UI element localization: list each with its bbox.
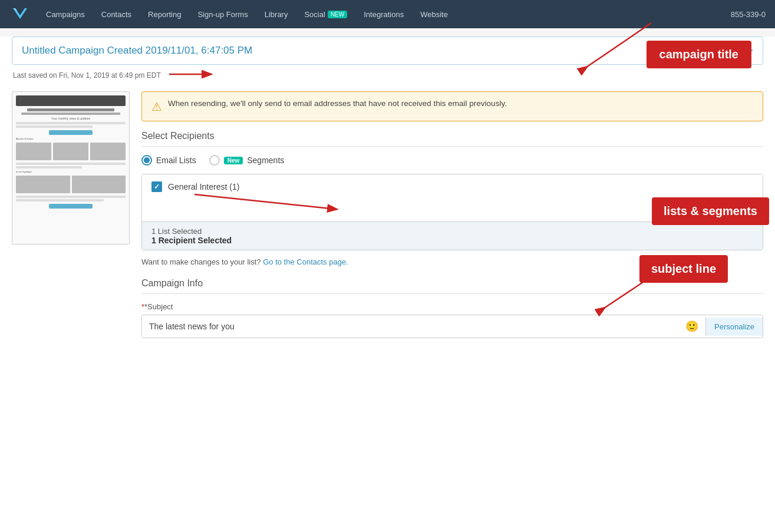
- preview-btn-2: [49, 204, 93, 209]
- general-interest-label: General Interest (1): [168, 182, 239, 191]
- general-interest-checkbox[interactable]: [151, 181, 162, 192]
- content-area: Your monthly news & updates Awards & Ext…: [0, 88, 775, 338]
- recipient-count: 1 Recipient Selected: [151, 236, 753, 245]
- emoji-button[interactable]: 🙂: [678, 315, 705, 338]
- list-count: 1 List Selected: [151, 227, 753, 236]
- segments-option[interactable]: New Segments: [209, 155, 285, 166]
- list-summary: 1 List Selected 1 Recipient Selected: [142, 222, 763, 250]
- preview-btn-1: [49, 130, 93, 135]
- preview-text-4: [16, 166, 82, 168]
- general-interest-item[interactable]: General Interest (1): [151, 181, 753, 192]
- preview-img-1: [16, 143, 51, 160]
- select-recipients-title: Select Recipients: [141, 131, 763, 141]
- section-divider-1: [141, 146, 763, 147]
- campaign-title[interactable]: Untitled Campaign Created 2019/11/01, 6:…: [22, 45, 252, 57]
- personalize-button[interactable]: Personalize: [705, 318, 763, 336]
- warning-banner: ⚠ When resending, we'll only send to ema…: [141, 91, 763, 121]
- phone-number: 855-339-0: [731, 10, 766, 19]
- arrow-to-title: [169, 67, 216, 81]
- preview-sub: [21, 113, 120, 115]
- contacts-page-link[interactable]: Go to the Contacts page.: [263, 257, 348, 266]
- list-selection-area: General Interest (1) 1 List Selected 1 R…: [141, 174, 763, 250]
- nav-library[interactable]: Library: [256, 0, 296, 28]
- segments-radio[interactable]: [209, 155, 220, 166]
- main-content: Untitled Campaign Created 2019/11/01, 6:…: [0, 37, 775, 532]
- preview-text-5: [16, 196, 126, 198]
- preview-img-4: [16, 176, 70, 193]
- svg-rect-0: [9, 4, 31, 25]
- preview-header: [16, 95, 126, 106]
- warning-icon: ⚠: [151, 100, 162, 114]
- nav-social[interactable]: Social NEW: [296, 0, 355, 28]
- campaign-info-section: Campaign Info **Subject 🙂 Personalize su…: [141, 278, 763, 338]
- preview-inner: Your monthly news & updates Awards & Ext…: [12, 92, 129, 214]
- lists-segments-annotation: lists & segments: [652, 197, 769, 225]
- preview-img-3: [90, 143, 126, 160]
- nav-signup-forms[interactable]: Sign-up Forms: [189, 0, 256, 28]
- subject-line-annotation: subject line: [639, 255, 728, 283]
- nav-integrations[interactable]: Integrations: [355, 0, 412, 28]
- nav-campaigns[interactable]: Campaigns: [38, 0, 93, 28]
- preview-text-3: [16, 163, 126, 165]
- subject-field-area: **Subject 🙂 Personalize subject line: [141, 302, 763, 338]
- preview-text-2: [16, 125, 93, 128]
- preview-img-row-1: [16, 143, 126, 160]
- preview-title: [27, 108, 115, 111]
- new-badge: NEW: [328, 11, 347, 18]
- preview-img-row-2: [16, 176, 126, 193]
- email-lists-option[interactable]: Email Lists: [141, 155, 196, 166]
- last-saved-text: Last saved on Fri, Nov 1, 2019 at 6:49 p…: [13, 67, 763, 83]
- email-preview-panel: Your monthly news & updates Awards & Ext…: [12, 91, 130, 338]
- subject-input-row[interactable]: 🙂 Personalize: [141, 315, 763, 338]
- campaign-title-annotation: campaign title: [647, 41, 751, 68]
- email-lists-label: Email Lists: [156, 156, 196, 165]
- navigation: Campaigns Contacts Reporting Sign-up For…: [0, 0, 775, 28]
- preview-img-5: [72, 176, 126, 193]
- preview-text-6: [16, 199, 104, 201]
- preview-text-1: [16, 122, 126, 124]
- warning-text: When resending, we'll only send to email…: [168, 99, 507, 108]
- nav-reporting[interactable]: Reporting: [140, 0, 189, 28]
- select-recipients-section: Select Recipients Email Lists New Segmen…: [141, 131, 763, 250]
- section-divider-2: [141, 293, 763, 294]
- email-preview: Your monthly news & updates Awards & Ext…: [12, 91, 130, 244]
- subject-label: **Subject: [141, 302, 763, 311]
- logo[interactable]: [9, 4, 31, 25]
- segments-new-badge: New: [224, 157, 243, 164]
- segments-label: Segments: [247, 156, 284, 165]
- preview-img-2: [53, 143, 88, 160]
- form-panel: ⚠ When resending, we'll only send to ema…: [141, 88, 763, 338]
- nav-contacts[interactable]: Contacts: [93, 0, 140, 28]
- nav-website[interactable]: Website: [412, 0, 456, 28]
- email-lists-radio[interactable]: [141, 155, 152, 166]
- recipient-type-options: Email Lists New Segments: [141, 155, 763, 166]
- subject-input[interactable]: [142, 316, 678, 337]
